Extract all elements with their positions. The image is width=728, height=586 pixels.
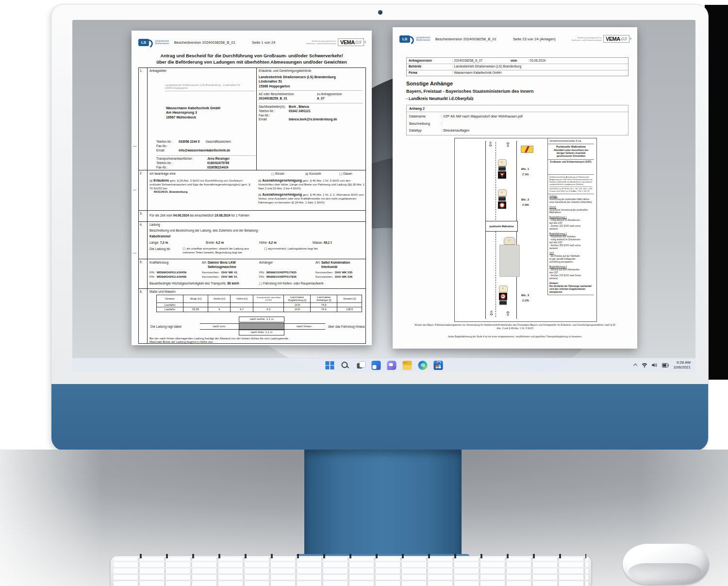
label-bfz1: Bfz. 1 bbox=[521, 167, 529, 170]
explorer-icon[interactable] bbox=[403, 361, 412, 370]
road-edge bbox=[516, 141, 517, 221]
label-anhaenger: Anhänger bbox=[259, 261, 273, 265]
label-z250: Z 250 bbox=[522, 203, 529, 206]
anh-fin-1: FIN: W09991XX6FPS17935 bbox=[259, 271, 297, 275]
start-icon[interactable] bbox=[325, 361, 334, 370]
widgets-icon[interactable] bbox=[372, 361, 381, 370]
plan-head-box: Punktuelle Maßnahme Alleinfahrt unter Au… bbox=[548, 144, 594, 159]
checkbox-icon: ☒ bbox=[258, 193, 261, 197]
volume-icon[interactable] bbox=[652, 363, 658, 368]
plan-gst-box: Großraum- und Schwertransport (GST). bbox=[548, 160, 594, 175]
road-edge bbox=[485, 231, 486, 319]
doc2-page-number: Seite 23 von 24 (Anlagen) bbox=[513, 37, 556, 41]
window-address: Landesbetrieb Straßenwesen (LS) Brandenb… bbox=[165, 84, 255, 91]
vehicle-cab bbox=[504, 237, 515, 245]
table-row: Lastfahrt35,83 44,7 4,314,8 74,6138,5 bbox=[157, 307, 362, 312]
document-page-1: LS Landesbetrieb Straßenwesen Bescheidve… bbox=[132, 31, 372, 345]
anh-fin-2: FIN: W09991XX8FPS17936 bbox=[259, 275, 297, 279]
keyboard-key-gaps bbox=[116, 554, 586, 558]
doc2-header: LS LandesbetriebStraßenwesen Bescheidver… bbox=[399, 32, 631, 46]
form-row-ladung: 4. Ladung Beschreibung und Bezeichnung d… bbox=[139, 221, 365, 259]
vema-logo: Verfahrensmanagement fürGroßraum- und Sc… bbox=[306, 38, 366, 46]
vehicle-panel bbox=[498, 167, 506, 171]
edge-icon[interactable] bbox=[418, 361, 428, 370]
info-row-behoerde: Behörde : Landesbetrieb Straßenwesen (LS… bbox=[407, 64, 628, 70]
label-ich-beantrage: Ich beantrage eine bbox=[149, 172, 176, 176]
label-bfz2: Bfz. 2 bbox=[521, 198, 529, 201]
checkbox-icon: ☒ bbox=[149, 179, 152, 183]
checkbox-kurzzeit: ☒Kurzzeit- bbox=[305, 172, 322, 176]
direction-arrow-up: ⇧ bbox=[505, 310, 511, 317]
gst-trailer bbox=[499, 245, 520, 277]
anh-kz-2: Kennzeichen: OHV WK 536 bbox=[315, 275, 352, 279]
doc1-title: Antrag und Bescheid für die Durchführung… bbox=[136, 53, 367, 65]
checkbox-ausnahme-2: ☒Ausnahmegenehmigung gem. § 46 Abs. 1 Nr… bbox=[258, 192, 366, 204]
punktuelle-massnahme-box: punktuelle Maßnahme bbox=[485, 221, 518, 232]
hidden-icons-chevron-icon[interactable] bbox=[633, 363, 637, 367]
applicant-address: Wassermann Kabeltechnik GmbH Am Hasenspr… bbox=[166, 106, 220, 119]
form-row-kraftfahrzeug: 5. Kraftfahrzeug Art: Daimler Benz LKW S… bbox=[139, 259, 365, 288]
table-row: Leerfahrt 14,8 74,6 bbox=[157, 302, 362, 307]
kfz-fin-2: FIN: WDB9634261L916460 bbox=[149, 275, 186, 279]
zeichen-250-sign bbox=[498, 201, 506, 209]
ragt-links: nach links: 1,1 m bbox=[239, 330, 284, 335]
verkehrszeichenplan: ⇩ ⇧ ⇩ ⇧ Bfz. 1 Z 101 bbox=[454, 138, 597, 322]
direction-arrow-up: ⇧ bbox=[505, 141, 511, 148]
checkbox-ketten: ☐Fahrzeug mit Ketten- oder Raupenlaufwer… bbox=[259, 282, 324, 286]
fold-mark bbox=[133, 253, 136, 253]
ragt-hinten: nach hinten: bbox=[283, 323, 325, 330]
windows-taskbar: 9:28 AM 10/6/2021 bbox=[72, 358, 695, 372]
plan-bfz3-desc: Begleitfahrzeug 3 - fahrend auf dem Fahr… bbox=[548, 265, 594, 281]
ladung-hoehe: Höhe: 4,2 m bbox=[259, 241, 277, 245]
keyboard-row bbox=[114, 575, 588, 580]
ls-brand-name: LandesbetriebStraßenwesen bbox=[416, 36, 430, 42]
clock-time: 9:28 AM bbox=[673, 360, 691, 365]
form-row-masse: 6. Maße und Massen Gesamt -länge [m] -br… bbox=[139, 288, 365, 343]
label-ladung-ist: Die Ladung ist: bbox=[149, 247, 170, 251]
doc2-info-table: Antragsversion : 20240038258_A_07 vom : … bbox=[406, 57, 629, 76]
vema-logo: Verfahrensmanagement fürGroßraum- und Sc… bbox=[571, 35, 631, 43]
note-2: Maximale Breite der Ladung beginnt in Hö… bbox=[149, 340, 215, 344]
taskbar-clock[interactable]: 9:28 AM 10/6/2021 bbox=[673, 360, 691, 370]
clock-date: 10/6/2021 bbox=[673, 365, 691, 370]
info-row-antragsversion: Antragsversion : 20240038258_A_07 vom : … bbox=[407, 58, 628, 64]
chat-icon[interactable] bbox=[387, 361, 397, 370]
anh-kz-1: Kennzeichen: OHV WK 535 bbox=[315, 271, 352, 275]
checkbox-icon: ☒ bbox=[258, 179, 261, 183]
ladung-desc: Kabeltrommel bbox=[149, 234, 170, 239]
checkbox-icon: ☐ bbox=[182, 247, 185, 251]
doc1-form: 1. Antragsteller Landesbetrieb Straßenwe… bbox=[138, 67, 366, 344]
doc1-page-number: Seite 1 von 24 bbox=[252, 40, 276, 45]
checkbox-icon: ☒ bbox=[305, 172, 308, 176]
plan-bfz2-desc: Begleitfahrzeug 2 - Ausschluss des Verke… bbox=[548, 232, 594, 251]
mouse bbox=[623, 544, 709, 585]
plan-title: Verkehrszeichenplan 5.1a bbox=[548, 138, 594, 144]
battery-icon[interactable] bbox=[662, 363, 669, 368]
form-row-zeitraum: 3. Für die Zeit vom 04.06.2024 bis einsc… bbox=[139, 210, 365, 221]
imac-chin bbox=[51, 384, 708, 451]
vehicle-panel bbox=[499, 301, 507, 305]
sachbearbeiter-block: Sachbearbeiter(in):Bork , Bianca Telefon… bbox=[259, 103, 363, 122]
anhang-title: Anhang 2 bbox=[407, 105, 628, 112]
keyboard-row bbox=[114, 562, 588, 567]
store-icon[interactable] bbox=[434, 361, 443, 370]
checkbox-ausnahme-1: ☒Ausnahmegenehmigung gem. § 46 Abs. 1 Nr… bbox=[258, 178, 366, 190]
fold-mark bbox=[133, 190, 136, 190]
taskview-icon[interactable] bbox=[356, 361, 365, 370]
plan-legend: Verkehrszeichenplan 5.1a Punktuelle Maßn… bbox=[547, 138, 594, 295]
vehicle-cab bbox=[498, 189, 507, 196]
vehicle-panel bbox=[498, 197, 506, 201]
direction-arrow-down: ⇩ bbox=[489, 310, 494, 317]
direction-arrow-down: ⇩ bbox=[488, 141, 493, 148]
system-tray: 9:28 AM 10/6/2021 bbox=[633, 358, 691, 372]
ls-logo: LS bbox=[399, 35, 410, 43]
webcam-dot bbox=[378, 10, 382, 15]
checkbox-dauer: ☐Dauer- bbox=[339, 172, 353, 176]
search-icon[interactable] bbox=[341, 361, 350, 370]
label-ladung: Ladung bbox=[149, 223, 160, 227]
wifi-icon[interactable] bbox=[642, 363, 647, 368]
screen: LS Landesbetrieb Straßenwesen Bescheidve… bbox=[72, 20, 695, 372]
ls-brand-name: Landesbetrieb Straßenwesen bbox=[155, 40, 169, 45]
label-z101: Z 101 bbox=[522, 173, 529, 176]
plan-gst-desc: GST - die Position auf der Fahrbahn ist … bbox=[548, 251, 594, 265]
